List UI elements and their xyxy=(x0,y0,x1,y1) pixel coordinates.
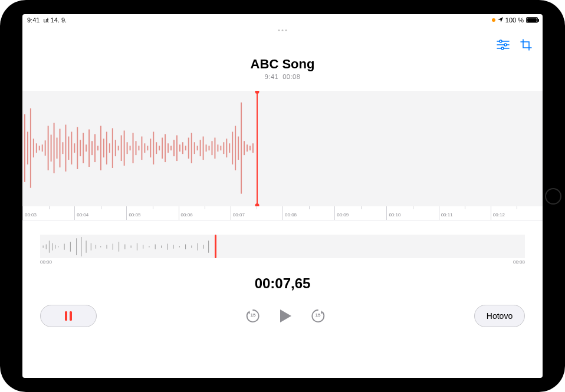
crop-icon[interactable] xyxy=(520,39,532,53)
edit-toolbar xyxy=(497,39,532,53)
ruler-tick: 00:12 xyxy=(491,206,543,220)
multitask-handle-icon[interactable] xyxy=(278,29,287,31)
home-button[interactable] xyxy=(545,188,561,205)
skip-forward-button[interactable]: 15 xyxy=(310,308,326,324)
play-button[interactable] xyxy=(278,308,293,324)
overview-playhead[interactable] xyxy=(215,235,216,258)
sliders-icon[interactable] xyxy=(497,39,510,52)
ruler-tick: 00:11 xyxy=(439,206,491,220)
ruler-tick: 00:03 xyxy=(22,206,74,220)
location-icon xyxy=(498,17,503,24)
timecode: 00:07,65 xyxy=(22,275,543,292)
svg-rect-117 xyxy=(65,311,67,321)
recording-title[interactable]: ABC Song xyxy=(22,57,543,72)
overview-start-label: 00:00 xyxy=(40,259,52,265)
done-label: Hotovo xyxy=(487,311,513,321)
overview-end-label: 00:08 xyxy=(513,259,525,265)
recording-header: ABC Song 9:41 00:08 xyxy=(22,57,543,80)
overview-labels: 00:00 00:08 xyxy=(40,259,525,265)
transport-controls: 15 15 Hotovo xyxy=(40,305,525,327)
playhead[interactable] xyxy=(257,91,258,206)
svg-point-1 xyxy=(500,40,502,42)
time-ruler[interactable]: 00:03 00:04 00:05 00:06 00:07 00:08 00:0… xyxy=(22,206,543,220)
waveform-graphic xyxy=(22,91,257,205)
waveform-overview[interactable] xyxy=(40,235,525,258)
ruler-tick: 00:07 xyxy=(231,206,282,220)
recording-subtitle: 9:41 00:08 xyxy=(22,73,543,80)
recording-indicator-icon xyxy=(492,18,495,22)
recording-meta-time: 9:41 xyxy=(265,73,278,80)
status-time: 9:41 xyxy=(27,17,40,24)
skip-back-label: 15 xyxy=(245,312,261,318)
ruler-tick: 00:08 xyxy=(282,206,334,220)
skip-forward-label: 15 xyxy=(310,312,326,318)
svg-point-3 xyxy=(504,44,507,46)
svg-point-5 xyxy=(501,47,504,50)
battery-icon xyxy=(526,17,538,23)
overview-graphic xyxy=(40,235,525,259)
ruler-tick: 00:09 xyxy=(334,206,386,220)
status-date: ut 14. 9. xyxy=(43,17,67,24)
ruler-tick: 00:06 xyxy=(179,206,231,220)
pause-button[interactable] xyxy=(40,305,97,327)
ruler-tick: 00:05 xyxy=(126,206,178,220)
skip-back-button[interactable]: 15 xyxy=(245,308,261,324)
play-icon xyxy=(278,308,293,324)
recording-duration: 00:08 xyxy=(282,73,300,80)
ruler-tick: 00:10 xyxy=(386,206,438,220)
pause-icon xyxy=(64,311,73,321)
status-bar: 9:41 ut 14. 9. 100 % xyxy=(22,14,543,25)
waveform-detail[interactable] xyxy=(22,91,543,206)
ipad-frame: 9:41 ut 14. 9. 100 % xyxy=(0,0,565,392)
screen: 9:41 ut 14. 9. 100 % xyxy=(22,14,543,378)
done-button[interactable]: Hotovo xyxy=(474,305,525,327)
svg-rect-118 xyxy=(70,311,72,321)
battery-percent: 100 % xyxy=(505,17,524,24)
ruler-tick: 00:04 xyxy=(74,206,126,220)
